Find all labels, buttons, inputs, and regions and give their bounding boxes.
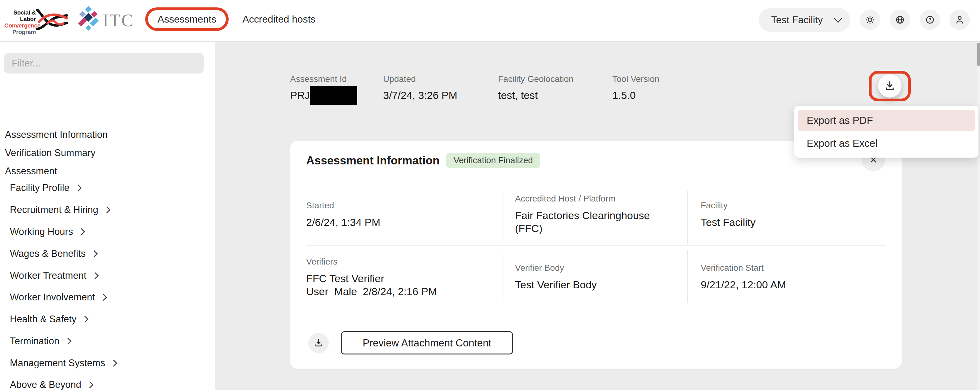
meta-label-facility-geolocation: Facility Geolocation — [498, 74, 573, 84]
theme-toggle-button[interactable] — [860, 10, 880, 30]
sidebar-item-label: Worker Treatment — [10, 270, 86, 281]
svg-text:?: ? — [928, 17, 931, 22]
sidebar-item-recruitment-hiring[interactable]: Recruitment & Hiring — [10, 204, 109, 216]
meta-label-tool-version: Tool Version — [612, 74, 660, 84]
field-value-verifier-body: Test Verifier Body — [515, 278, 597, 291]
nav-item-assessments[interactable]: Assessments — [147, 9, 227, 29]
sidebar-item-management-systems[interactable]: Management Systems — [10, 357, 116, 369]
sidebar-item-worker-treatment[interactable]: Worker Treatment — [10, 269, 98, 282]
sidebar-item-health-safety[interactable]: Health & Safety — [10, 313, 88, 325]
field-value-verifiers: FFC Test Verifier User Male 2/8/24, 2:16… — [306, 272, 479, 298]
menu-item-export-excel[interactable]: Export as Excel — [798, 134, 975, 153]
scrollbar-track[interactable] — [977, 42, 980, 390]
person-icon — [954, 14, 965, 25]
status-badge: Verification Finalized — [446, 153, 540, 168]
nav-item-accredited-hosts[interactable]: Accredited hosts — [237, 9, 321, 29]
sidebar-item-label: Recruitment & Hiring — [10, 204, 98, 215]
field-label-verifier-body: Verifier Body — [515, 263, 564, 273]
menu-item-label: Export as Excel — [807, 137, 877, 149]
sidebar-item-worker-involvement[interactable]: Worker Involvement — [10, 291, 106, 304]
slcp-line1: Social & Labor — [4, 9, 36, 22]
sidebar-item-above-beyond[interactable]: Above & Beyond — [10, 379, 92, 390]
chevron-right-icon — [100, 294, 107, 301]
meta-value-facility-geolocation: test, test — [498, 89, 538, 101]
sidebar-item-label: Worker Involvement — [10, 292, 95, 303]
vertical-divider — [504, 250, 504, 303]
chevron-right-icon — [91, 272, 99, 279]
assessment-information-card: Assessment Information Verification Fina… — [290, 141, 902, 369]
download-icon — [884, 80, 896, 92]
profile-button[interactable] — [950, 10, 970, 30]
sidebar-item-verification-summary[interactable]: Verification Summary — [5, 147, 95, 159]
chevron-right-icon — [110, 360, 118, 367]
field-value-facility: Test Facility — [701, 216, 756, 229]
help-icon: ? — [924, 14, 935, 25]
chevron-right-icon — [86, 381, 94, 388]
sidebar-item-label: Health & Safety — [10, 314, 76, 325]
sun-icon — [864, 14, 876, 25]
sidebar-item-label: Management Systems — [10, 358, 105, 369]
preview-attachment-button[interactable]: Preview Attachment Content — [341, 331, 513, 355]
field-label-verifiers: Verifiers — [306, 256, 337, 267]
chevron-right-icon — [103, 207, 111, 213]
meta-value-tool-version: 1.5.0 — [612, 89, 636, 101]
chevron-right-icon — [78, 228, 85, 236]
facility-menu-button[interactable]: Test Facility — [759, 8, 850, 32]
chevron-down-icon — [834, 14, 842, 23]
itc-logo-text: ITC — [103, 10, 134, 30]
download-attachment-button[interactable] — [308, 333, 329, 353]
field-label-accredited-host: Accredited Host / Platform — [515, 193, 616, 204]
topbar: Social & Labor Convergence Program — [0, 0, 980, 42]
horizontal-divider — [306, 245, 886, 246]
chevron-right-icon — [65, 338, 72, 345]
nav-item-accredited-hosts-label: Accredited hosts — [243, 14, 316, 25]
field-label-facility: Facility — [701, 200, 728, 211]
export-button[interactable] — [878, 74, 902, 98]
chevron-right-icon — [91, 250, 98, 258]
sidebar-item-wages-benefits[interactable]: Wages & Benefits — [10, 248, 97, 260]
sidebar-item-label: Wages & Benefits — [10, 248, 86, 259]
field-value-verification-start: 9/21/22, 12:00 AM — [701, 278, 786, 291]
sidebar-item-assessment[interactable]: Assessment — [5, 165, 57, 177]
globe-icon — [894, 14, 905, 25]
menu-item-export-pdf[interactable]: Export as PDF — [798, 110, 975, 131]
slcp-braid-icon — [36, 9, 68, 31]
sidebar-item-facility-profile[interactable]: Facility Profile — [10, 182, 81, 194]
vertical-divider — [687, 191, 688, 244]
meta-value-updated: 3/7/24, 3:26 PM — [383, 89, 457, 101]
facility-menu-label: Test Facility — [771, 14, 823, 25]
chevron-right-icon — [75, 185, 82, 192]
sidebar-item-label: Facility Profile — [10, 182, 70, 193]
vertical-divider — [504, 191, 504, 244]
sidebar-item-label: Assessment — [5, 166, 57, 177]
field-label-started: Started — [306, 200, 334, 211]
sidebar-item-assessment-information[interactable]: Assessment Information — [5, 129, 108, 141]
meta-label-updated: Updated — [383, 74, 416, 84]
help-button[interactable]: ? — [920, 10, 940, 30]
sidebar-item-termination[interactable]: Termination — [10, 335, 70, 347]
filter-input[interactable] — [4, 53, 204, 73]
field-value-accredited-host: Fair Factories Clearinghouse (FFC) — [515, 209, 667, 235]
language-button[interactable] — [890, 10, 910, 30]
download-icon — [313, 338, 323, 348]
slcp-line2: Convergence — [4, 22, 36, 29]
sidebar-item-label: Assessment Information — [5, 129, 108, 140]
sidebar-item-label: Termination — [10, 336, 59, 347]
sidebar-item-working-hours[interactable]: Working Hours — [10, 226, 84, 238]
page: Social & Labor Convergence Program — [0, 0, 980, 390]
chevron-right-icon — [81, 316, 89, 323]
sidebar-item-label: Working Hours — [10, 226, 73, 237]
slcp-line3: Program — [4, 29, 36, 35]
card-title: Assessment Information — [306, 154, 440, 167]
export-menu: Export as PDF Export as Excel — [794, 106, 978, 158]
sidebar-item-label: Verification Summary — [5, 147, 95, 159]
horizontal-divider — [306, 318, 886, 318]
scrollbar-thumb[interactable] — [977, 43, 980, 66]
field-label-verification-start: Verification Start — [701, 263, 764, 273]
sidebar: Assessment Information Verification Summ… — [0, 42, 215, 390]
preview-attachment-label: Preview Attachment Content — [363, 337, 491, 349]
field-value-started: 2/6/24, 1:34 PM — [306, 216, 380, 229]
itc-mark-icon — [78, 6, 99, 33]
redaction-box — [310, 86, 357, 105]
meta-value-assessment-id: PRJ — [290, 89, 310, 101]
